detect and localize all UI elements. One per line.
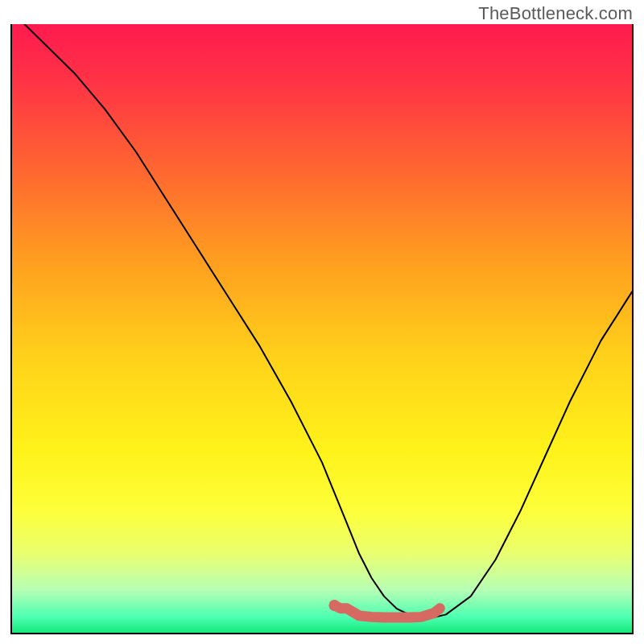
chart-svg xyxy=(12,24,632,633)
chart-frame xyxy=(10,24,634,634)
chart-background xyxy=(12,24,632,633)
highlight-dot xyxy=(328,600,340,611)
watermark-text: TheBottleneck.com xyxy=(478,3,633,24)
